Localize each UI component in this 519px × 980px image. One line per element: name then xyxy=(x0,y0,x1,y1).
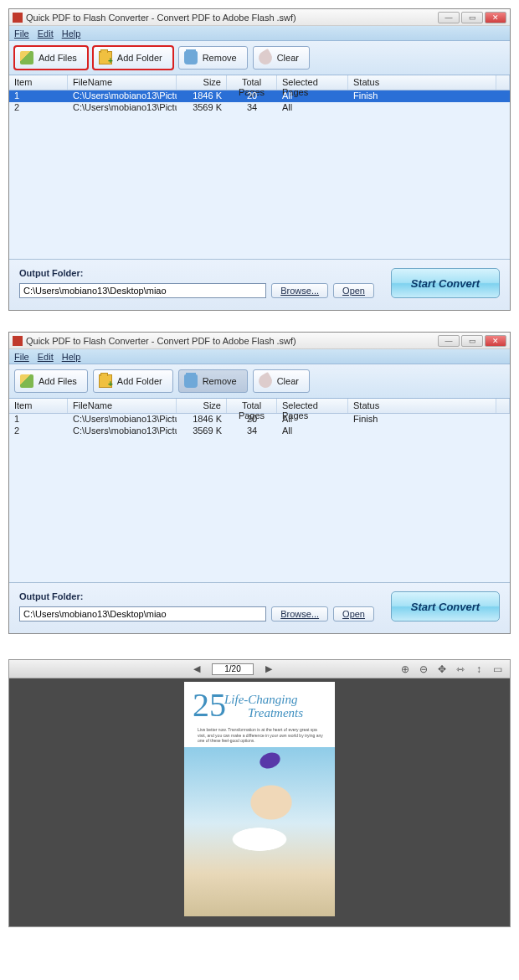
clear-button[interactable]: Clear xyxy=(253,46,310,70)
app-window-1: Quick PDF to Flash Converter - Convert P… xyxy=(8,8,511,311)
scrollbar-header xyxy=(496,399,510,413)
col-filename[interactable]: FileName xyxy=(68,75,177,90)
remove-button[interactable]: Remove xyxy=(178,46,248,70)
scrollbar-header xyxy=(496,75,510,90)
add-files-label: Add Files xyxy=(39,376,77,386)
menubar: File Edit Help xyxy=(9,349,510,364)
add-files-icon xyxy=(20,51,33,64)
app-icon xyxy=(13,336,23,346)
window-title: Quick PDF to Flash Converter - Convert P… xyxy=(26,336,296,346)
app-window-2: Quick PDF to Flash Converter - Convert P… xyxy=(8,332,511,634)
doc-subtitle: Live better now. Transformation is at th… xyxy=(198,727,326,744)
col-size[interactable]: Size xyxy=(177,399,227,413)
clear-label: Clear xyxy=(277,53,299,63)
start-convert-button[interactable]: Start Convert xyxy=(391,591,500,622)
page-preview: 25 Life-Changing Treatments Live better … xyxy=(184,682,335,916)
menu-file[interactable]: File xyxy=(14,28,29,39)
file-table: Item FileName Size Total Pages Selected … xyxy=(9,399,510,583)
table-header: Item FileName Size Total Pages Selected … xyxy=(9,75,510,90)
fit-width-icon[interactable]: ⇿ xyxy=(455,663,466,675)
col-item[interactable]: Item xyxy=(9,399,68,413)
fullscreen-icon[interactable]: ▭ xyxy=(491,663,503,675)
col-total-pages[interactable]: Total Pages xyxy=(227,75,277,90)
remove-label: Remove xyxy=(203,376,237,386)
flash-viewer: ◀ ▶ ⊕ ⊖ ✥ ⇿ ↕ ▭ 25 Life-Changing Treatme… xyxy=(8,659,511,927)
remove-icon xyxy=(184,51,198,64)
output-folder-label: Output Folder: xyxy=(19,591,374,601)
col-status[interactable]: Status xyxy=(348,75,496,90)
add-folder-button[interactable]: Add Folder xyxy=(93,46,173,70)
remove-icon xyxy=(184,374,198,388)
minimize-button[interactable]: — xyxy=(438,335,460,347)
col-selected-pages[interactable]: Selected Pages xyxy=(277,399,348,413)
zoom-in-icon[interactable]: ⊕ xyxy=(399,663,411,675)
col-item[interactable]: Item xyxy=(9,75,68,90)
minimize-button[interactable]: — xyxy=(438,12,460,23)
menu-help[interactable]: Help xyxy=(62,352,81,362)
titlebar[interactable]: Quick PDF to Flash Converter - Convert P… xyxy=(9,9,510,26)
table-header: Item FileName Size Total Pages Selected … xyxy=(9,399,510,414)
menu-help[interactable]: Help xyxy=(62,28,81,39)
table-row[interactable]: 1 C:\Users\mobiano13\Pictures\... 1846 K… xyxy=(9,414,510,426)
clear-button[interactable]: Clear xyxy=(253,369,310,393)
clear-icon xyxy=(256,49,275,67)
window-title: Quick PDF to Flash Converter - Convert P… xyxy=(26,13,296,23)
doc-number: 25 xyxy=(193,690,226,720)
close-button[interactable]: ✕ xyxy=(485,335,506,347)
next-page-button[interactable]: ▶ xyxy=(262,663,275,674)
add-folder-button[interactable]: Add Folder xyxy=(93,369,173,393)
col-selected-pages[interactable]: Selected Pages xyxy=(277,75,348,90)
open-button[interactable]: Open xyxy=(333,283,374,298)
output-folder-input[interactable] xyxy=(19,606,266,622)
toolbar: Add Files Add Folder Remove Clear xyxy=(9,364,510,399)
zoom-out-icon[interactable]: ⊖ xyxy=(418,663,429,675)
menu-edit[interactable]: Edit xyxy=(38,28,54,39)
output-section: Output Folder: Browse... Open Start Conv… xyxy=(9,583,510,633)
menu-edit[interactable]: Edit xyxy=(38,352,54,362)
add-files-icon xyxy=(20,374,33,388)
col-total-pages[interactable]: Total Pages xyxy=(227,399,277,413)
page-indicator-input[interactable] xyxy=(212,663,254,675)
col-status[interactable]: Status xyxy=(348,399,496,413)
toolbar: Add Files Add Folder Remove Clear xyxy=(9,41,510,75)
output-folder-label: Output Folder: xyxy=(19,268,374,278)
add-folder-icon xyxy=(99,374,112,388)
viewer-body[interactable]: 25 Life-Changing Treatments Live better … xyxy=(9,678,510,926)
maximize-button[interactable]: ▭ xyxy=(461,12,483,23)
col-filename[interactable]: FileName xyxy=(68,399,177,413)
open-button[interactable]: Open xyxy=(333,606,374,622)
clear-label: Clear xyxy=(277,376,299,386)
clear-icon xyxy=(256,372,275,390)
table-row[interactable]: 1 C:\Users\mobiano13\Pictures\... 1846 K… xyxy=(9,90,510,102)
add-folder-label: Add Folder xyxy=(117,53,162,63)
output-section: Output Folder: Browse... Open Start Conv… xyxy=(9,260,510,310)
start-convert-button[interactable]: Start Convert xyxy=(391,268,500,298)
remove-button[interactable]: Remove xyxy=(178,369,248,393)
menu-file[interactable]: File xyxy=(14,352,29,362)
col-size[interactable]: Size xyxy=(177,75,227,90)
browse-button[interactable]: Browse... xyxy=(271,606,328,622)
table-row[interactable]: 2 C:\Users\mobiano13\Pictures\... 3569 K… xyxy=(9,102,510,114)
output-folder-input[interactable] xyxy=(19,283,266,298)
move-icon[interactable]: ✥ xyxy=(436,663,448,675)
menubar: File Edit Help xyxy=(9,26,510,41)
add-files-button[interactable]: Add Files xyxy=(14,46,88,70)
add-files-label: Add Files xyxy=(39,53,77,63)
app-icon xyxy=(13,13,23,23)
file-table: Item FileName Size Total Pages Selected … xyxy=(9,75,510,260)
maximize-button[interactable]: ▭ xyxy=(461,335,483,347)
add-folder-icon xyxy=(99,51,112,64)
remove-label: Remove xyxy=(203,53,237,63)
add-folder-label: Add Folder xyxy=(117,376,162,386)
viewer-toolbar: ◀ ▶ ⊕ ⊖ ✥ ⇿ ↕ ▭ xyxy=(9,660,510,678)
doc-figure xyxy=(201,766,318,858)
close-button[interactable]: ✕ xyxy=(485,12,506,23)
fit-height-icon[interactable]: ↕ xyxy=(473,663,485,675)
titlebar[interactable]: Quick PDF to Flash Converter - Convert P… xyxy=(9,333,510,349)
browse-button[interactable]: Browse... xyxy=(271,283,328,298)
add-files-button[interactable]: Add Files xyxy=(14,369,88,393)
doc-title: Life-Changing Treatments xyxy=(224,694,303,720)
prev-page-button[interactable]: ◀ xyxy=(190,663,203,674)
table-row[interactable]: 2 C:\Users\mobiano13\Pictures\... 3569 K… xyxy=(9,426,510,437)
